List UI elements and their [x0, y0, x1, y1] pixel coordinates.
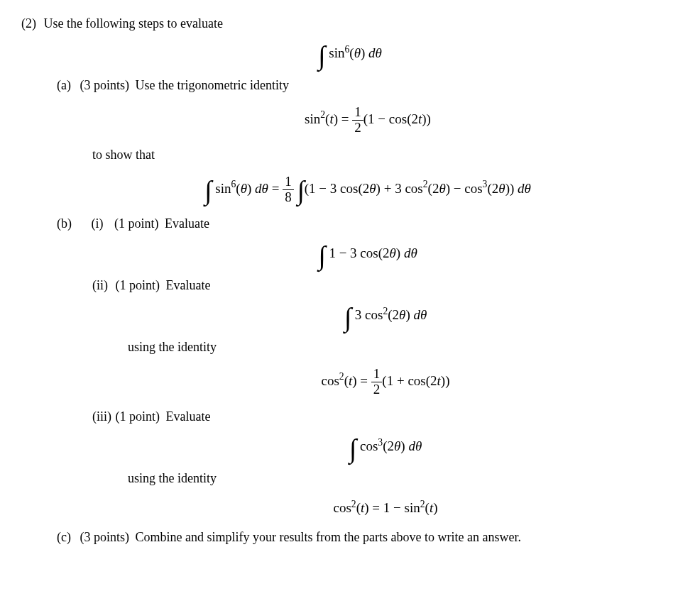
- part-b-i-label: (i): [92, 214, 111, 233]
- part-b-ii-points: (1 point): [116, 278, 160, 292]
- part-b-label: (b): [57, 214, 77, 233]
- part-a-text1: Use the trigonometric identity: [136, 78, 289, 92]
- part-c-text: Combine and simplify your results from t…: [136, 530, 521, 544]
- part-c-points: (3 points): [80, 530, 130, 544]
- part-b-iii: (iii) (1 point) Evaluate ∫ cos3(2θ) dθ u…: [92, 407, 679, 518]
- part-b-ii: (ii) (1 point) Evaluate ∫ 3 cos2(2θ) dθ …: [92, 276, 679, 397]
- part-b-i-points: (1 point): [114, 216, 159, 231]
- part-b-iii-text: Evaluate: [166, 409, 211, 424]
- problem-intro: Use the following steps to evaluate: [44, 16, 223, 31]
- part-a-text2: to show that: [92, 145, 679, 165]
- problem-number: (2): [21, 14, 36, 33]
- part-b-ii-using: using the identity: [128, 338, 679, 357]
- part-b-i-text: Evaluate: [165, 216, 209, 231]
- part-b-iii-label: (iii): [92, 407, 112, 426]
- part-b-ii-identity: cos2(t) = 12(1 + cos(2t)): [92, 367, 679, 397]
- part-a-result: ∫ sin6(θ) dθ = 18 ∫(1 − 3 cos(2θ) + 3 co…: [57, 175, 679, 205]
- part-a: (a) (3 points) Use the trigonometric ide…: [57, 76, 679, 205]
- part-b-ii-text: Evaluate: [166, 278, 211, 292]
- part-a-points: (3 points): [80, 78, 130, 92]
- main-integral: ∫ sin6(θ) dθ: [21, 43, 679, 66]
- part-c-label: (c): [57, 528, 77, 547]
- part-b-iii-identity: cos2(t) = 1 − sin2(t): [92, 498, 679, 519]
- part-b-iii-using: using the identity: [128, 469, 679, 488]
- part-a-label: (a): [57, 76, 77, 95]
- part-b-ii-label: (ii): [92, 276, 112, 295]
- part-c: (c) (3 points) Combine and simplify your…: [57, 528, 679, 547]
- part-b-i-integral: ∫ 1 − 3 cos(2θ) dθ: [57, 243, 679, 266]
- problem-root: (2) Use the following steps to evaluate …: [21, 14, 679, 547]
- part-b-ii-integral: ∫ 3 cos2(2θ) dθ: [92, 305, 679, 328]
- part-a-identity: sin2(t) = 12(1 − cos(2t)): [57, 105, 679, 136]
- part-b-iii-integral: ∫ cos3(2θ) dθ: [92, 436, 679, 459]
- part-b-iii-points: (1 point): [116, 409, 160, 424]
- part-b: (b) (i) (1 point) Evaluate ∫ 1 − 3 cos(2…: [57, 214, 679, 518]
